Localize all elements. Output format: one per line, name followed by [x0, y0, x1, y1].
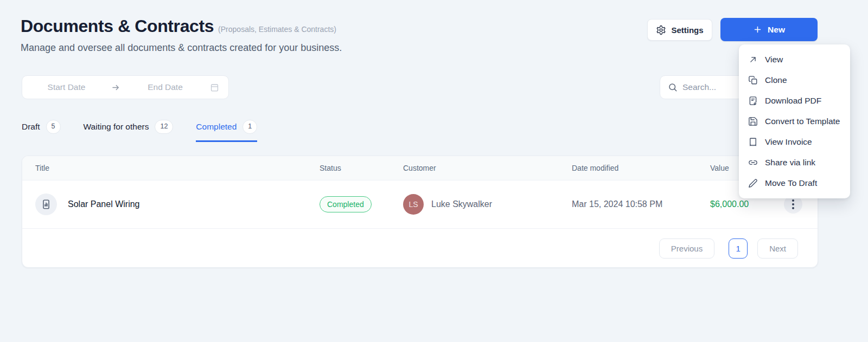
column-header-customer: Customer — [403, 164, 572, 172]
end-date-input[interactable]: End Date — [121, 82, 209, 92]
kebab-icon — [792, 199, 794, 202]
settings-button[interactable]: Settings — [647, 19, 712, 41]
calendar-icon — [209, 82, 220, 93]
arrow-right-icon — [111, 82, 121, 93]
tab-waiting-for-others[interactable]: Waiting for others 12 — [84, 120, 174, 142]
column-header-date-modified: Date modified — [572, 164, 710, 172]
table-row[interactable]: Solar Panel Wiring Completed LS Luke Sky… — [22, 180, 818, 229]
menu-item-share-via-link[interactable]: Share via link — [739, 152, 850, 173]
tab-draft[interactable]: Draft 5 — [22, 120, 61, 142]
document-chart-icon — [35, 193, 57, 215]
menu-item-label: Move To Draft — [765, 178, 817, 188]
pagination: Previous 1 Next — [22, 229, 818, 268]
page-subtitle: Manage and oversee all documents & contr… — [21, 42, 342, 54]
menu-item-clone[interactable]: Clone — [739, 70, 850, 91]
page-title-text: Documents & Contracts — [21, 16, 214, 36]
tab-completed-count-badge: 1 — [242, 120, 257, 134]
documents-contracts-page: Documents & Contracts (Proposals, Estima… — [0, 0, 868, 342]
menu-item-label: View Invoice — [765, 137, 812, 147]
start-date-input[interactable]: Start Date — [22, 82, 111, 92]
arrow-up-right-icon — [748, 55, 758, 64]
value-cell: $6,000.00 — [710, 199, 781, 209]
page-title: Documents & Contracts (Proposals, Estima… — [21, 16, 336, 36]
page-title-suffix: (Proposals, Estimates & Contracts) — [218, 25, 336, 34]
plus-icon — [753, 25, 762, 34]
menu-item-move-to-draft[interactable]: Move To Draft — [739, 173, 850, 193]
tab-completed-label: Completed — [196, 122, 237, 132]
new-button[interactable]: New — [720, 18, 818, 41]
new-button-label: New — [768, 25, 785, 35]
status-tabs: Draft 5 Waiting for others 12 Completed … — [22, 120, 257, 142]
tab-draft-label: Draft — [22, 122, 40, 132]
table-header-row: Title Status Customer Date modified Valu… — [22, 156, 818, 180]
invoice-icon — [748, 137, 758, 147]
date-modified-cell: Mar 15, 2024 10:58 PM — [572, 199, 710, 209]
column-header-title: Title — [35, 164, 320, 172]
copy-icon — [748, 75, 758, 85]
menu-item-label: Convert to Template — [765, 117, 840, 126]
column-header-status: Status — [320, 164, 403, 172]
documents-table-card: Title Status Customer Date modified Valu… — [22, 156, 818, 268]
menu-item-view[interactable]: View — [739, 49, 850, 70]
menu-item-label: Clone — [765, 75, 787, 85]
tab-draft-count-badge: 5 — [46, 120, 61, 134]
document-title: Solar Panel Wiring — [68, 199, 140, 209]
menu-item-convert-to-template[interactable]: Convert to Template — [739, 111, 850, 132]
customer-cell: LS Luke Skywalker — [403, 194, 572, 215]
page-number-button[interactable]: 1 — [729, 238, 748, 259]
previous-page-button[interactable]: Previous — [659, 238, 714, 259]
tab-waiting-label: Waiting for others — [84, 122, 149, 132]
link-icon — [748, 158, 758, 167]
menu-item-label: View — [765, 55, 783, 64]
status-badge: Completed — [320, 196, 372, 212]
search-icon — [668, 82, 678, 92]
save-icon — [748, 117, 758, 126]
customer-name: Luke Skywalker — [431, 199, 492, 209]
menu-item-label: Download PDF — [765, 96, 821, 106]
document-title-cell: Solar Panel Wiring — [35, 193, 320, 215]
menu-item-download-pdf[interactable]: Download PDF — [739, 91, 850, 111]
pencil-icon — [748, 178, 758, 188]
settings-button-label: Settings — [671, 25, 703, 35]
tab-waiting-count-badge: 12 — [155, 120, 173, 134]
gear-icon — [656, 25, 666, 35]
next-page-button[interactable]: Next — [757, 238, 798, 259]
customer-avatar: LS — [403, 194, 424, 215]
row-context-menu: View Clone Download PDF — [739, 44, 850, 198]
menu-item-view-invoice[interactable]: View Invoice — [739, 132, 850, 152]
status-cell: Completed — [320, 196, 403, 212]
date-range-picker[interactable]: Start Date End Date — [22, 75, 229, 99]
file-download-icon — [748, 96, 758, 106]
menu-item-label: Share via link — [765, 158, 815, 167]
tab-completed[interactable]: Completed 1 — [196, 120, 257, 142]
